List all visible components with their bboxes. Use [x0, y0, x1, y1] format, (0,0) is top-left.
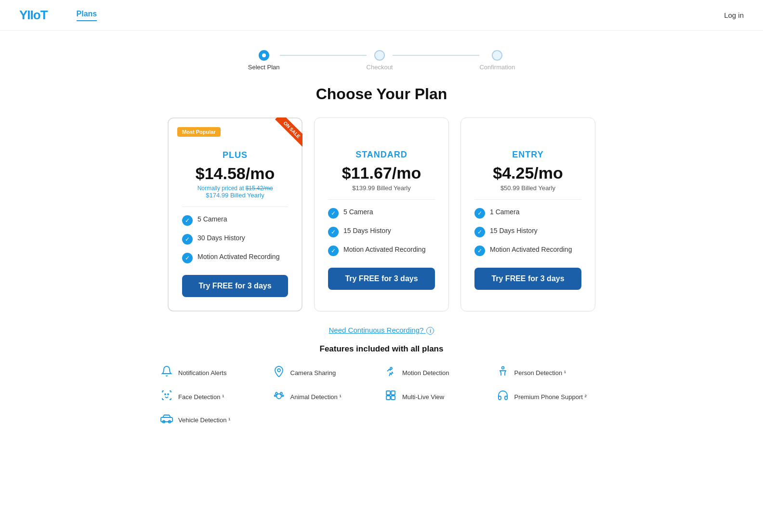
feature-item-6: Multi-Live View — [384, 389, 491, 404]
svg-point-0 — [277, 369, 280, 372]
logo: YIIoT — [19, 8, 48, 23]
plan-billed-standard: $139.99 Billed Yearly — [328, 184, 435, 192]
svg-rect-11 — [391, 391, 395, 395]
continuous-recording-link[interactable]: Need Continuous Recording? — [329, 326, 426, 334]
plan-price-standard: $11.67/mo — [328, 164, 435, 182]
check-icon-standard-1: ✓ — [328, 227, 339, 237]
check-icon-entry-1: ✓ — [474, 227, 485, 237]
check-icon-entry-0: ✓ — [474, 208, 485, 219]
page-title: Choose Your Plan — [0, 85, 763, 103]
feature-standard-0: ✓ 5 Camera — [328, 208, 435, 219]
motion-detection-icon — [384, 365, 397, 380]
feature-text-standard-0: 5 Camera — [343, 208, 373, 217]
svg-point-6 — [276, 392, 277, 394]
step-label-select-plan: Select Plan — [248, 64, 280, 71]
feature-label-4: Face Detection ¹ — [178, 393, 224, 401]
plan-features-plus: ✓ 5 Camera ✓ 30 Days History ✓ Motion Ac… — [182, 215, 288, 263]
svg-point-9 — [282, 395, 283, 397]
step-circle-confirmation — [492, 50, 502, 61]
phone-support-icon — [496, 389, 510, 404]
svg-point-4 — [168, 394, 169, 395]
plan-card-entry: ENTRY $4.25/mo $50.99 Billed Yearly ✓ 1 … — [460, 117, 595, 311]
plan-normally-plus: Normally priced at $15.42/mo — [182, 185, 288, 192]
feature-label-6: Multi-Live View — [402, 393, 444, 401]
feature-text-standard-1: 15 Days History — [343, 226, 391, 236]
continuous-recording-section: Need Continuous Recording? i — [0, 326, 763, 335]
progress-bar: Select Plan Checkout Confirmation — [0, 31, 763, 80]
svg-point-2 — [501, 367, 504, 369]
feature-plus-2: ✓ Motion Activated Recording — [182, 252, 288, 263]
feature-text-entry-1: 15 Days History — [490, 226, 538, 236]
feature-label-0: Notification Alerts — [178, 369, 226, 376]
check-icon-standard-2: ✓ — [328, 246, 339, 256]
feature-item-3: Person Detection ¹ — [496, 365, 604, 380]
check-icon-standard-0: ✓ — [328, 208, 339, 219]
plan-divider-entry — [474, 199, 581, 200]
plan-billed-entry: $50.99 Billed Yearly — [474, 184, 581, 192]
try-button-plus[interactable]: Try FREE for 3 days — [182, 275, 288, 297]
plans-grid: Most Popular PLUS $14.58/mo Normally pri… — [92, 117, 671, 311]
svg-rect-13 — [391, 396, 395, 400]
feature-standard-2: ✓ Motion Activated Recording — [328, 245, 435, 256]
login-button[interactable]: Log in — [724, 11, 744, 19]
features-section: Features included with all plans Notific… — [141, 344, 622, 445]
try-button-standard[interactable]: Try FREE for 3 days — [328, 268, 435, 290]
feature-label-1: Camera Sharing — [290, 369, 336, 376]
face-detection-icon — [160, 389, 173, 404]
svg-point-5 — [276, 394, 281, 399]
feature-text-standard-2: Motion Activated Recording — [343, 245, 425, 255]
check-icon-plus-1: ✓ — [182, 234, 193, 245]
check-icon-plus-0: ✓ — [182, 215, 193, 226]
feature-standard-1: ✓ 15 Days History — [328, 226, 435, 237]
feature-item-5: Animal Detection ¹ — [272, 389, 380, 404]
feature-entry-2: ✓ Motion Activated Recording — [474, 245, 581, 256]
features-grid: Notification Alerts Camera Sharing Motio… — [160, 365, 603, 426]
plan-name-entry: ENTRY — [474, 150, 581, 160]
header: YIIoT Plans Log in — [0, 0, 763, 31]
on-sale-ribbon — [269, 117, 303, 151]
plan-billed-plus: $174.99 Billed Yearly — [182, 192, 288, 199]
feature-item-1: Camera Sharing — [272, 365, 380, 380]
feature-entry-1: ✓ 15 Days History — [474, 226, 581, 237]
person-detection-icon — [496, 365, 510, 380]
feature-item-7: Premium Phone Support ² — [496, 389, 604, 404]
step-line-1 — [280, 55, 367, 56]
notification-icon — [160, 365, 173, 380]
feature-label-5: Animal Detection ¹ — [290, 393, 342, 401]
plan-divider-standard — [328, 199, 435, 200]
svg-rect-12 — [386, 396, 390, 400]
try-button-entry[interactable]: Try FREE for 3 days — [474, 268, 581, 290]
step-checkout: Checkout — [367, 50, 393, 71]
feature-text-entry-0: 1 Camera — [490, 208, 519, 217]
step-label-checkout: Checkout — [367, 64, 393, 71]
feature-plus-0: ✓ 5 Camera — [182, 215, 288, 226]
plan-name-plus: PLUS — [182, 150, 288, 160]
step-select-plan: Select Plan — [248, 50, 280, 71]
vehicle-detection-icon — [160, 414, 173, 426]
feature-text-entry-2: Motion Activated Recording — [490, 245, 572, 255]
feature-label-7: Premium Phone Support ² — [514, 393, 587, 401]
nav-plans[interactable]: Plans — [77, 10, 97, 21]
animal-detection-icon — [272, 389, 286, 404]
feature-label-2: Motion Detection — [402, 369, 449, 376]
continuous-recording-text: Need Continuous Recording? — [329, 326, 424, 334]
plan-name-standard: STANDARD — [328, 150, 435, 160]
feature-item-2: Motion Detection — [384, 365, 491, 380]
plan-card-standard: STANDARD $11.67/mo $139.99 Billed Yearly… — [314, 117, 449, 311]
multi-live-view-icon — [384, 389, 397, 404]
plan-normally-price-plus: $15.42/mo — [246, 185, 273, 192]
check-icon-plus-2: ✓ — [182, 253, 193, 263]
feature-item-4: Face Detection ¹ — [160, 389, 267, 404]
plan-features-entry: ✓ 1 Camera ✓ 15 Days History ✓ Motion Ac… — [474, 208, 581, 256]
most-popular-badge: Most Popular — [177, 127, 221, 137]
feature-label-8: Vehicle Detection ¹ — [178, 416, 230, 424]
plan-features-standard: ✓ 5 Camera ✓ 15 Days History ✓ Motion Ac… — [328, 208, 435, 256]
feature-text-plus-1: 30 Days History — [197, 234, 245, 243]
plan-divider-plus — [182, 207, 288, 207]
plan-card-plus: Most Popular PLUS $14.58/mo Normally pri… — [168, 117, 303, 311]
feature-item-0: Notification Alerts — [160, 365, 267, 380]
step-line-2 — [393, 55, 479, 56]
step-circle-select-plan — [259, 50, 269, 61]
feature-text-plus-0: 5 Camera — [197, 215, 227, 224]
features-title: Features included with all plans — [160, 344, 603, 354]
